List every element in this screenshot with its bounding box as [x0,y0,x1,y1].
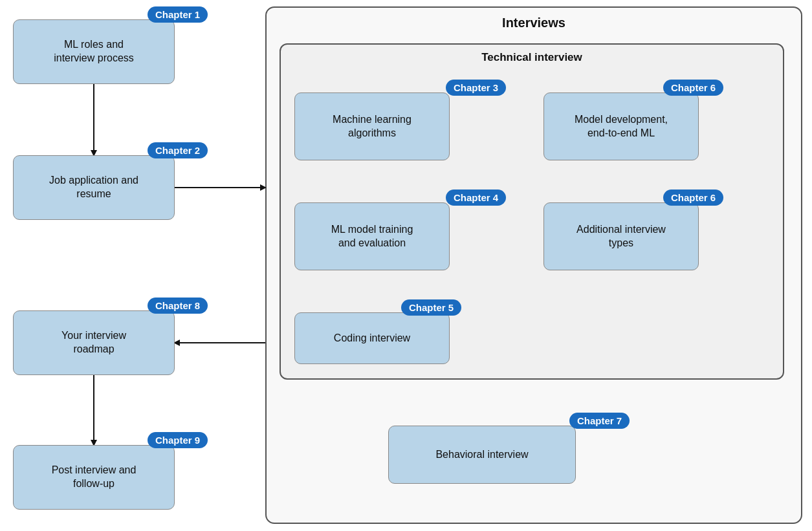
chapter-4-badge: Chapter 4 [446,190,506,206]
box-additional-interviews: Additional interview types [543,202,699,270]
box-ml-training: ML model training and evaluation [294,202,450,270]
chapter-9-badge: Chapter 9 [148,432,208,448]
chapter-5-badge: Chapter 5 [401,299,461,316]
box-ml-algorithms: Machine learning algorithms [294,92,450,160]
chapter-2-badge: Chapter 2 [148,142,208,158]
box-behavioral-interview: Behavioral interview [388,426,576,484]
diagram: Interviews Technical interview Chapter 1… [0,0,812,531]
interviews-title: Interviews [267,16,801,30]
box-ml-roles: ML roles and interview process [13,19,175,84]
box-coding-interview: Coding interview [294,312,450,364]
chapter-3-badge: Chapter 3 [446,80,506,96]
chapter-7-badge: Chapter 7 [569,413,630,429]
box-job-application: Job application and resume [13,155,175,220]
chapter-8-badge: Chapter 8 [148,298,208,314]
chapter-6b-badge: Chapter 6 [663,190,723,206]
box-interview-roadmap: Your interview roadmap [13,310,175,375]
chapter-1-badge: Chapter 1 [148,6,208,23]
chapter-6a-badge: Chapter 6 [663,80,723,96]
box-model-development: Model development, end-to-end ML [543,92,699,160]
technical-title: Technical interview [281,51,783,64]
box-post-interview: Post interview and follow-up [13,445,175,510]
